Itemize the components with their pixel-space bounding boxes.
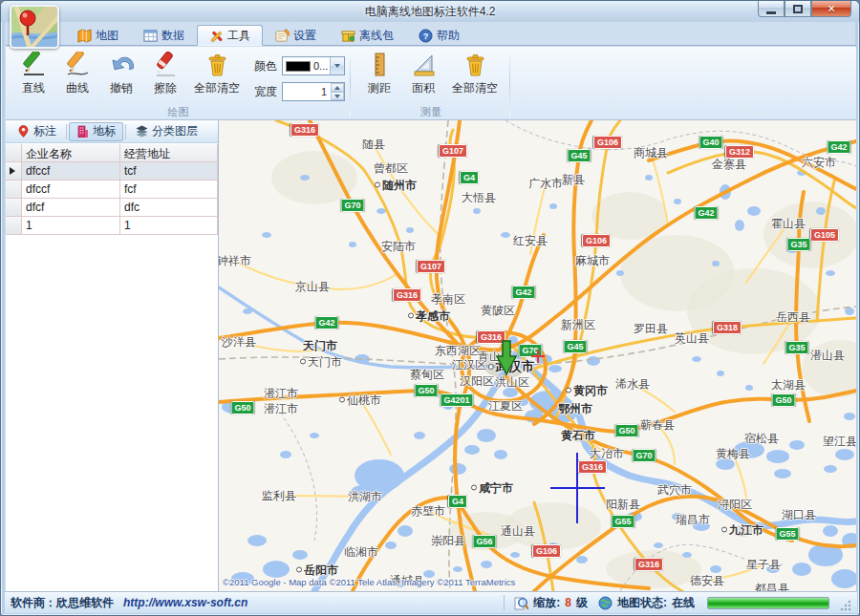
minimize-button[interactable] (758, 1, 785, 17)
settings-icon (275, 29, 290, 43)
road-shield: G55 (775, 527, 799, 541)
color-dropdown[interactable]: 0... (282, 56, 345, 75)
measure-distance-button[interactable]: 测距 (357, 49, 401, 96)
map-label: 岳西县 (776, 309, 810, 326)
tab-offline-package-label: 离线包 (359, 28, 394, 44)
tab-offline-package[interactable]: 离线包 (329, 25, 406, 46)
column-header-address[interactable]: 经营地址 (120, 144, 218, 162)
road-shield: G50 (614, 424, 638, 437)
cell-name[interactable]: dfccf (22, 181, 120, 199)
row-selector[interactable] (6, 199, 22, 217)
road-shield: G316 (290, 123, 319, 137)
road-shield: G35 (786, 238, 810, 251)
row-header-corner (6, 144, 22, 162)
tab-tools[interactable]: 工具 (197, 25, 263, 46)
curve-tool-label: 曲线 (66, 80, 89, 96)
map-label: 赤壁市 (411, 503, 445, 520)
map-label: 浔阳区 (718, 497, 752, 513)
map-label: 广水市 (528, 176, 563, 192)
status-bar: 软件商：欣思维软件 http://www.xsw-soft.cn 缩放: 8 级… (5, 591, 857, 613)
resize-grip[interactable] (840, 600, 851, 611)
map-label: 孝感市 (408, 308, 450, 325)
tab-settings-label: 设置 (293, 28, 316, 44)
road-shield: G105 (810, 228, 839, 242)
measure-group: 测距 面积 全部清空 测量 (352, 47, 508, 119)
maximize-button[interactable] (785, 1, 811, 17)
sidebar-tab-layers-label: 分类图层 (152, 123, 198, 139)
column-header-name[interactable]: 企业名称 (22, 144, 120, 162)
draw-group-label: 绘图 (11, 105, 345, 119)
cell-address[interactable]: fcf (120, 181, 218, 199)
table-row[interactable]: dfccf tcf (6, 162, 218, 181)
sidebar-tab-layers[interactable]: 分类图层 (128, 122, 205, 141)
clear-all-draw-button[interactable]: 全部清空 (187, 49, 247, 96)
app-logo-icon[interactable] (10, 5, 59, 49)
cell-address[interactable]: 1 (120, 217, 218, 235)
chevron-down-icon (334, 64, 340, 68)
map-label: 蕲春县 (640, 417, 675, 434)
group-separator (509, 49, 510, 117)
app-window: 电脑离线地图标注软件4.2 ✕ 地图 (0, 0, 860, 616)
vendor-url[interactable]: http://www.xsw-soft.cn (123, 596, 247, 609)
layers-icon (136, 125, 148, 138)
map-label: 霍山县 (771, 216, 806, 232)
tab-data[interactable]: 数据 (131, 25, 197, 46)
separator (66, 124, 67, 139)
line-tool-button[interactable]: 直线 (11, 49, 55, 96)
green-arrow-marker[interactable] (495, 339, 518, 377)
cell-name[interactable]: 1 (22, 217, 120, 235)
tab-map[interactable]: 地图 (65, 25, 131, 46)
row-selector[interactable] (6, 217, 22, 235)
close-button[interactable]: ✕ (811, 1, 851, 17)
maximize-icon (793, 5, 803, 13)
landmark-table: 企业名称 经营地址 dfccf tcf dfccf fcf dfcf dfc 1 (6, 144, 218, 235)
vendor-text: 软件商：欣思维软件 (11, 595, 114, 611)
row-selector[interactable] (6, 162, 22, 181)
map-label: 阳新县 (606, 497, 640, 513)
road-shield: G316 (393, 288, 421, 302)
road-shield: G70 (340, 199, 364, 212)
cell-name[interactable]: dfccf (22, 162, 120, 181)
width-down-button[interactable] (331, 92, 344, 100)
width-stepper[interactable]: 1 (282, 82, 345, 101)
map-label: 星子县 (746, 557, 781, 573)
curve-tool-button[interactable]: 曲线 (55, 49, 99, 96)
map-label: 黄石市 (561, 428, 595, 444)
cell-address[interactable]: tcf (120, 162, 218, 181)
table-row[interactable]: dfccf fcf (6, 181, 218, 199)
sidebar: 标注 地标 分类图层 企业名称 经营地址 dfccf tcf (6, 120, 219, 591)
undo-button[interactable]: 撤销 (99, 49, 143, 96)
zoom-label: 缩放: (533, 595, 560, 611)
window-title: 电脑离线地图标注软件4.2 (1, 4, 859, 20)
map-label: 随县 (362, 137, 385, 153)
road-shield: G4 (448, 495, 467, 508)
row-selector[interactable] (6, 181, 22, 199)
tab-help[interactable]: ? 帮助 (406, 25, 472, 46)
spin-down-icon (334, 95, 340, 98)
table-row[interactable]: 1 1 (6, 217, 218, 235)
road-shield: G70 (632, 449, 656, 462)
help-icon: ? (419, 29, 433, 43)
measure-area-button[interactable]: 面积 (401, 49, 445, 96)
line-pencil-icon (21, 52, 47, 77)
tab-settings[interactable]: 设置 (263, 25, 329, 46)
color-dropdown-button[interactable] (330, 57, 344, 74)
clear-all-measure-button[interactable]: 全部清空 (445, 49, 505, 96)
width-up-button[interactable] (331, 83, 344, 92)
map-viewport[interactable]: 随县 曾都区 随州市 广水市 大悟县 新县 商城县 金寨县 六安市 霍山县 麻城… (219, 120, 856, 591)
zoom-unit: 级 (576, 595, 588, 611)
cell-address[interactable]: dfc (120, 199, 218, 217)
tab-data-label: 数据 (161, 28, 184, 44)
road-shield: G4 (460, 171, 479, 184)
cell-name[interactable]: dfcf (22, 199, 120, 217)
table-row[interactable]: dfcf dfc (6, 199, 218, 217)
road-shield: G45 (567, 149, 591, 162)
package-icon (341, 29, 355, 43)
sidebar-tab-annotations[interactable]: 标注 (10, 122, 64, 141)
sidebar-tab-landmarks[interactable]: 地标 (69, 122, 123, 141)
map-label: 汉阳区 (460, 373, 494, 390)
erase-button[interactable]: 擦除 (143, 49, 187, 96)
map-label: 蔡甸区 (410, 367, 444, 383)
map-label: 九江市 (721, 522, 763, 539)
title-bar[interactable]: 电脑离线地图标注软件4.2 ✕ (1, 1, 859, 22)
